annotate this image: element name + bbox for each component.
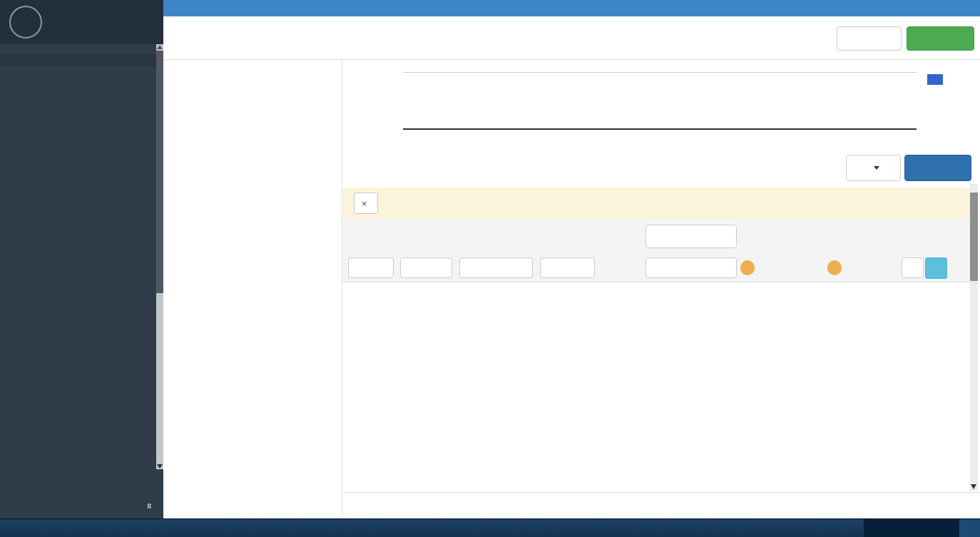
barcode-icon — [866, 33, 879, 44]
data-fi-input[interactable] — [645, 257, 737, 278]
quantitat-sum-badge — [740, 260, 755, 275]
content-scrollbar-thumb[interactable] — [970, 193, 978, 281]
chevron-down-icon — [514, 262, 526, 274]
revisat-filter-select[interactable] — [902, 257, 924, 278]
check-icon — [931, 33, 944, 44]
close-icon: × — [362, 198, 367, 209]
app-window: ⠿ — [0, 0, 980, 537]
pagination-bar — [342, 492, 980, 518]
sidebar-menu — [0, 44, 156, 471]
apply-filter-button[interactable] — [925, 257, 947, 279]
brand-logo: ⠿ — [147, 503, 153, 510]
article-filter-select[interactable] — [540, 257, 595, 278]
sidebar-scrollbar-thumb[interactable] — [156, 51, 163, 293]
table-filter-row — [342, 254, 970, 282]
page-header — [163, 16, 980, 60]
header-buttons — [837, 26, 974, 51]
concepte-filter-input[interactable] — [348, 257, 394, 278]
clear-filter-button[interactable]: × — [354, 193, 378, 214]
taskbar-search-input[interactable] — [864, 519, 959, 537]
funnel-icon — [930, 262, 943, 274]
chevron-down-icon — [908, 262, 921, 274]
chart-legend — [927, 74, 947, 85]
nou-cost-button[interactable] — [904, 155, 971, 181]
chevron-down-icon — [433, 262, 446, 274]
sidebar-altres-panel — [0, 54, 156, 66]
scroll-down-arrow-icon[interactable] — [157, 464, 163, 469]
main-content: × — [342, 60, 980, 518]
facturar-button[interactable] — [837, 26, 902, 51]
taula-filter-select[interactable] — [459, 257, 533, 278]
caret-down-icon — [874, 166, 879, 170]
chart-plot-area — [403, 72, 917, 130]
sidebar-header — [0, 0, 163, 44]
content-scrollbar[interactable] — [970, 184, 978, 491]
table-header-row — [342, 219, 970, 254]
scroll-down-arrow-icon[interactable] — [971, 484, 976, 489]
edit-avatar-icon — [32, 29, 45, 40]
total-sum-badge — [827, 260, 842, 275]
avatar[interactable] — [9, 6, 42, 39]
data-inici-input[interactable] — [645, 225, 737, 248]
chart-x-axis-labels — [403, 135, 917, 148]
costs-header — [342, 153, 980, 184]
taskbar-end-block[interactable] — [959, 519, 980, 537]
sidebar: ⠿ — [0, 0, 163, 518]
hours-bar-chart — [342, 63, 980, 151]
project-subnav — [163, 60, 342, 518]
treballador-filter-select[interactable] — [400, 257, 452, 278]
taskbar — [0, 518, 980, 537]
scroll-up-arrow-icon[interactable] — [157, 45, 163, 49]
costs-table — [342, 219, 970, 282]
accions-button[interactable] — [846, 155, 901, 181]
sidebar-footer: ⠿ — [0, 471, 163, 518]
active-filter-banner: × — [342, 188, 970, 219]
legend-swatch — [927, 74, 943, 85]
guardar-button[interactable] — [907, 26, 974, 51]
chart-top-gridline — [403, 72, 917, 73]
sidebar-scrollbar[interactable] — [156, 44, 163, 469]
chevron-down-icon — [576, 262, 588, 274]
brand-grid-icon: ⠿ — [147, 503, 150, 510]
sidebar-gap — [0, 44, 156, 54]
window-titlebar — [163, 0, 980, 16]
